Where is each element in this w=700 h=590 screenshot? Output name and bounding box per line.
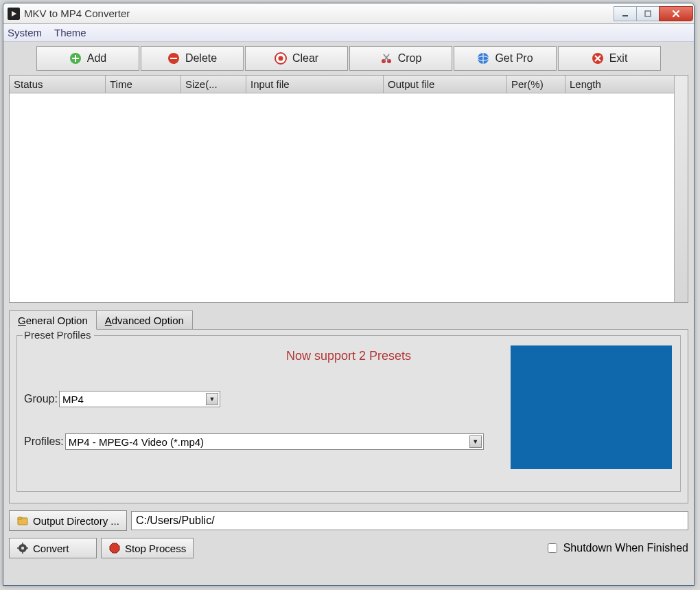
svg-point-19 [21,547,24,549]
col-input[interactable]: Input file [246,76,384,93]
tab-panel-general: Preset Profiles Now support 2 Presets Gr… [9,329,688,503]
footer-row: Convert Stop Process Shutdown When Finis… [9,536,688,560]
output-row: Output Directory ... [9,510,688,531]
svg-rect-21 [22,552,23,554]
crop-button[interactable]: Crop [349,46,452,71]
delete-button[interactable]: Delete [141,46,244,71]
add-button[interactable]: Add [36,46,139,71]
vertical-scrollbar[interactable] [674,76,688,302]
convert-button[interactable]: Convert [9,538,97,558]
profiles-combobox[interactable]: MP4 - MPEG-4 Video (*.mp4) ▼ [65,433,484,450]
stop-icon [108,542,121,554]
getpro-button[interactable]: Get Pro [454,46,557,71]
menubar: System Theme [3,24,694,42]
app-window: MKV to MP4 Converter System Theme Add [3,3,695,586]
tab-general[interactable]: General Option [9,310,97,330]
col-time[interactable]: Time [106,76,181,93]
tabs: General Option Advanced Option [9,310,688,329]
file-table: Status Time Size(... Input file Output f… [9,75,688,303]
close-button[interactable] [659,6,693,21]
gear-icon [16,542,29,554]
menu-theme[interactable]: Theme [54,27,86,38]
minus-icon [167,52,180,65]
clear-button[interactable]: Clear [245,46,348,71]
titlebar: MKV to MP4 Converter [3,3,694,24]
window-controls [614,6,693,21]
globe-icon [477,52,489,65]
folder-icon [16,514,29,527]
convert-label: Convert [33,543,69,554]
output-directory-label: Output Directory ... [33,515,119,527]
group-label: Group: [24,393,58,405]
maximize-button[interactable] [636,6,660,21]
preset-legend: Preset Profiles [23,329,94,341]
content-area: Add Delete Clear Crop Get Pro Exit [3,42,694,585]
svg-rect-23 [26,547,28,549]
table-header: Status Time Size(... Input file Output f… [10,76,674,93]
exit-label: Exit [609,52,628,65]
shutdown-checkbox[interactable]: Shutdown When Finished [545,541,688,555]
output-directory-button[interactable]: Output Directory ... [9,510,127,531]
clear-icon [275,52,287,65]
app-icon [8,8,20,20]
profiles-value: MP4 - MPEG-4 Video (*.mp4) [69,436,204,448]
col-per[interactable]: Per(%) [507,76,565,93]
scissors-icon [380,52,393,65]
table-body-empty [10,93,674,302]
col-length[interactable]: Length [565,76,674,93]
getpro-label: Get Pro [495,52,533,65]
preset-profiles-group: Preset Profiles Now support 2 Presets Gr… [16,335,681,492]
svg-rect-17 [18,517,22,519]
tab-advanced[interactable]: Advanced Option [96,310,193,330]
svg-rect-8 [170,58,177,59]
svg-rect-3 [645,11,651,16]
delete-label: Delete [185,52,217,65]
exit-icon [592,52,604,65]
chevron-down-icon: ▼ [206,393,218,405]
menu-system[interactable]: System [8,27,42,38]
crop-label: Crop [398,52,422,65]
chevron-down-icon: ▼ [469,435,482,448]
stop-button[interactable]: Stop Process [101,538,194,558]
svg-rect-22 [17,547,19,549]
exit-button[interactable]: Exit [558,46,661,71]
group-combobox[interactable]: MP4 ▼ [59,391,220,407]
clear-label: Clear [292,52,318,65]
col-output[interactable]: Output file [384,76,507,93]
svg-marker-24 [110,543,119,553]
svg-rect-20 [22,543,23,545]
stop-label: Stop Process [125,543,186,554]
window-title: MKV to MP4 Converter [24,8,130,19]
shutdown-checkbox-input[interactable] [548,543,557,553]
svg-rect-2 [622,15,628,16]
preview-box [511,345,672,469]
shutdown-label: Shutdown When Finished [563,542,688,554]
profiles-label: Profiles: [24,435,64,448]
col-size[interactable]: Size(... [181,76,246,93]
group-value: MP4 [62,394,84,405]
add-label: Add [87,52,106,65]
toolbar: Add Delete Clear Crop Get Pro Exit [36,46,661,71]
svg-rect-6 [72,58,79,59]
svg-point-10 [278,56,283,61]
output-path-input[interactable] [131,511,688,530]
plus-icon [69,52,82,65]
col-status[interactable]: Status [10,76,106,93]
minimize-button[interactable] [614,6,637,21]
